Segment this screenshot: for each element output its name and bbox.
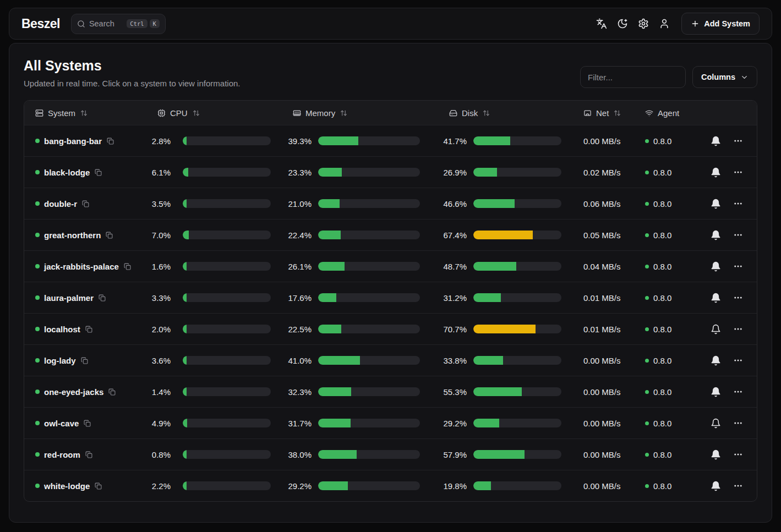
add-system-button[interactable]: Add System (681, 13, 760, 35)
search-button[interactable]: Search CtrlK (71, 14, 166, 34)
disk-value: 19.8% (428, 481, 467, 491)
filter-input[interactable] (580, 66, 686, 88)
table-row[interactable]: white-lodge 2.2% 29.2% 19.8% 0.00 MB/s 0… (24, 470, 757, 501)
bell-filled-icon (711, 230, 721, 240)
alerts-bell-button[interactable] (709, 416, 722, 430)
agent-cell: 0.8.0 (640, 231, 701, 240)
copy-icon[interactable] (106, 232, 113, 239)
memory-cell: 38.0% (278, 450, 428, 459)
column-header-system[interactable]: System (24, 108, 140, 118)
cpu-value: 2.8% (140, 136, 171, 146)
net-value: 0.00 MB/s (569, 481, 640, 491)
row-actions-button[interactable] (731, 322, 745, 336)
copy-icon[interactable] (108, 388, 116, 396)
memory-cell: 26.1% (278, 262, 428, 271)
row-actions-button[interactable] (731, 385, 745, 398)
column-header-cpu[interactable]: CPU (157, 108, 278, 118)
alerts-bell-button[interactable] (709, 291, 722, 304)
column-header-disk[interactable]: Disk (449, 108, 569, 118)
copy-icon[interactable] (95, 169, 102, 176)
column-header-label: CPU (170, 108, 188, 118)
table-row[interactable]: bang-bang-bar 2.8% 39.3% 41.7% 0.00 MB/s… (24, 125, 757, 156)
system-cell: great-northern (24, 231, 140, 240)
cpu-bar-fill (183, 262, 187, 271)
user-menu-button[interactable] (654, 13, 675, 34)
row-actions-button[interactable] (731, 134, 745, 147)
alerts-bell-button[interactable] (709, 322, 722, 336)
alerts-bell-button[interactable] (709, 260, 722, 273)
memory-value: 17.6% (278, 293, 312, 303)
copy-icon[interactable] (81, 357, 88, 364)
bell-filled-icon (711, 293, 721, 303)
actions-cell (701, 479, 757, 492)
table-row[interactable]: one-eyed-jacks 1.4% 32.3% 55.3% 0.00 MB/… (24, 376, 757, 407)
system-name: black-lodge (44, 168, 90, 177)
agent-status-dot (645, 453, 649, 457)
alerts-bell-button[interactable] (709, 385, 722, 398)
search-shortcut: CtrlK (127, 19, 160, 29)
system-status-dot (35, 452, 40, 457)
app-logo[interactable]: Beszel (21, 17, 60, 31)
system-status-dot (35, 358, 40, 363)
alerts-bell-button[interactable] (709, 448, 722, 461)
alerts-bell-button[interactable] (709, 166, 722, 179)
memory-bar (318, 199, 420, 208)
add-system-label: Add System (704, 19, 750, 28)
copy-icon[interactable] (95, 482, 102, 490)
copy-icon[interactable] (124, 263, 131, 270)
memory-cell: 22.5% (278, 325, 428, 334)
system-cell: black-lodge (24, 168, 140, 177)
columns-button[interactable]: Columns (692, 66, 757, 88)
actions-cell (701, 416, 757, 430)
settings-button[interactable] (633, 13, 654, 34)
alerts-bell-button[interactable] (709, 197, 722, 210)
column-header-memory[interactable]: Memory (293, 108, 428, 118)
table-row[interactable]: localhost 2.0% 22.5% 70.7% 0.01 MB/s 0.8… (24, 313, 757, 344)
table-row[interactable]: laura-palmer 3.3% 17.6% 31.2% 0.01 MB/s … (24, 282, 757, 313)
all-systems-card: All Systems Updated in real time. Click … (9, 43, 772, 523)
table-row[interactable]: great-northern 7.0% 22.4% 67.4% 0.05 MB/… (24, 219, 757, 250)
net-value: 0.00 MB/s (569, 450, 640, 459)
alerts-bell-button[interactable] (709, 479, 722, 492)
column-header-net[interactable]: Net (583, 108, 640, 118)
alerts-bell-button[interactable] (709, 228, 722, 242)
alerts-bell-button[interactable] (709, 134, 722, 147)
table-row[interactable]: black-lodge 6.1% 23.3% 26.9% 0.02 MB/s 0… (24, 156, 757, 188)
copy-icon[interactable] (85, 326, 92, 333)
row-actions-button[interactable] (731, 479, 745, 492)
cpu-value: 7.0% (140, 231, 171, 240)
row-actions-button[interactable] (731, 291, 745, 304)
agent-cell: 0.8.0 (640, 481, 701, 491)
copy-icon[interactable] (82, 200, 89, 207)
cpu-value: 4.9% (140, 419, 171, 428)
memory-bar-fill (318, 387, 351, 396)
disk-value: 70.7% (428, 325, 467, 334)
alerts-bell-button[interactable] (709, 354, 722, 367)
disk-bar-fill (473, 481, 491, 490)
row-actions-button[interactable] (731, 228, 745, 242)
theme-toggle-button[interactable] (612, 13, 633, 34)
row-actions-button[interactable] (731, 260, 745, 273)
table-row[interactable]: owl-cave 4.9% 31.7% 29.2% 0.00 MB/s 0.8.… (24, 407, 757, 438)
row-actions-button[interactable] (731, 197, 745, 210)
disk-value: 41.7% (428, 136, 467, 146)
copy-icon[interactable] (99, 294, 106, 301)
table-row[interactable]: jack-rabbits-palace 1.6% 26.1% 48.7% 0.0… (24, 250, 757, 282)
system-status-dot (35, 264, 40, 268)
copy-icon[interactable] (85, 451, 92, 458)
table-row[interactable]: log-lady 3.6% 41.0% 33.8% 0.00 MB/s 0.8.… (24, 344, 757, 376)
agent-cell: 0.8.0 (640, 387, 701, 397)
actions-cell (701, 260, 757, 273)
row-actions-button[interactable] (731, 448, 745, 461)
row-actions-button[interactable] (731, 354, 745, 367)
table-row[interactable]: red-room 0.8% 38.0% 57.9% 0.00 MB/s 0.8.… (24, 438, 757, 470)
system-status-dot (35, 484, 40, 488)
row-actions-button[interactable] (731, 166, 745, 179)
agent-version: 0.8.0 (653, 450, 671, 459)
disk-bar (473, 231, 561, 239)
copy-icon[interactable] (107, 138, 114, 145)
language-button[interactable] (591, 13, 612, 34)
copy-icon[interactable] (84, 420, 91, 427)
table-row[interactable]: double-r 3.5% 21.0% 46.6% 0.06 MB/s 0.8.… (24, 188, 757, 219)
row-actions-button[interactable] (731, 416, 745, 430)
